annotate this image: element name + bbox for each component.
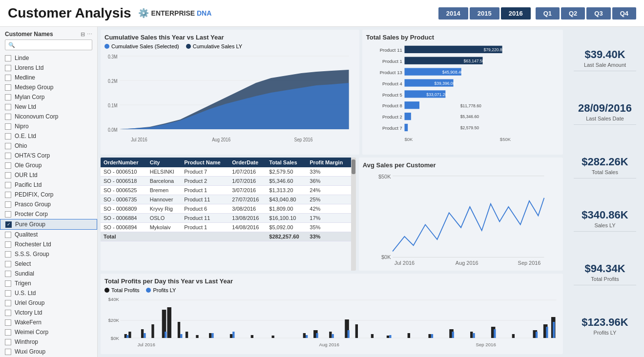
year-2015-btn[interactable]: 2015 [470, 7, 499, 20]
list-item[interactable]: Qualitest [0, 230, 97, 239]
customer-name: Victory Ltd [15, 309, 42, 316]
checkbox[interactable] [5, 280, 11, 287]
checkbox[interactable] [5, 162, 11, 169]
search-input[interactable] [15, 41, 89, 48]
list-item[interactable]: Medline [0, 73, 97, 82]
list-item[interactable]: Llorens Ltd [0, 63, 97, 73]
checkbox[interactable] [5, 182, 11, 188]
search-box[interactable]: 🔍 [5, 40, 92, 50]
list-item[interactable]: ✓Pure Group [0, 219, 97, 230]
list-item[interactable]: Prasco Group [0, 199, 97, 209]
main-layout: Customer Names ⊟ ⋯ 🔍 LindeLlorens LtdMed… [0, 27, 644, 357]
list-item[interactable]: Ohio [0, 141, 97, 151]
list-item[interactable]: Niconovum Corp [0, 112, 97, 121]
list-item[interactable]: Uriel Group [0, 298, 97, 308]
list-item[interactable]: Rochester Ltd [0, 239, 97, 249]
checkbox[interactable] [5, 133, 11, 139]
checkbox[interactable] [5, 300, 11, 306]
col-product: Product Name [181, 158, 229, 167]
stats-panel: $39.40KLast Sale Amount28/09/2016Last Sa… [566, 27, 644, 357]
cell-margin: 35% [307, 222, 351, 232]
cumulative-chart-svg: 0.3M 0.2M 0.1M 0.0M Ju [104, 51, 355, 149]
list-item[interactable]: OHTA'S Corp [0, 151, 97, 160]
checkbox[interactable] [5, 232, 11, 238]
profit-ly-bar [126, 335, 128, 338]
col-city: City [147, 158, 181, 167]
checkbox[interactable] [5, 261, 11, 267]
checkbox[interactable] [5, 192, 11, 198]
col-date: OrderDate [229, 158, 266, 167]
checkbox[interactable] [5, 310, 11, 316]
list-item[interactable]: Medsep Group [0, 82, 97, 92]
list-item[interactable]: PEDIFIX, Corp [0, 190, 97, 199]
list-item[interactable]: Ole Group [0, 160, 97, 170]
list-item[interactable]: Mylan Corp [0, 92, 97, 102]
table-row: SO - 0006525BremenProduct 13/07/2016$1,3… [101, 185, 351, 195]
checkbox[interactable] [5, 153, 11, 159]
list-item[interactable]: Pacific Ltd [0, 180, 97, 190]
list-item[interactable]: S.S.S. Group [0, 249, 97, 259]
more-icon[interactable]: ⋯ [87, 31, 92, 38]
checkbox[interactable] [5, 251, 11, 258]
checkbox[interactable] [5, 349, 11, 355]
checkbox[interactable] [5, 84, 11, 91]
checkbox[interactable] [5, 339, 11, 345]
q2-btn[interactable]: Q2 [561, 7, 585, 20]
profit-ly-bar [165, 332, 166, 338]
year-2016-btn[interactable]: 2016 [501, 7, 531, 20]
checkbox[interactable]: ✓ [5, 221, 12, 228]
list-item[interactable]: Select [0, 259, 97, 269]
profit-ly-bar [553, 322, 555, 338]
year-2014-btn[interactable]: 2014 [438, 7, 468, 20]
profit-ly-bar [452, 332, 454, 338]
list-item[interactable]: Procter Corp [0, 209, 97, 219]
checkbox[interactable] [5, 319, 11, 326]
q1-btn[interactable]: Q1 [536, 7, 560, 20]
cell-date: 13/08/2016 [229, 213, 266, 222]
checkbox[interactable] [5, 241, 11, 248]
list-item[interactable]: U.S. Ltd [0, 288, 97, 298]
q3-btn[interactable]: Q3 [586, 7, 610, 20]
checkbox[interactable] [5, 65, 11, 71]
checkbox[interactable] [5, 201, 11, 208]
cell-city: Kryvy Rig [147, 204, 181, 213]
profit-bar [408, 333, 410, 338]
list-item[interactable]: OUR Ltd [0, 170, 97, 180]
list-item[interactable]: Winthrop [0, 337, 97, 347]
cell-margin: 42% [307, 204, 351, 213]
svg-text:$79,220.80: $79,220.80 [483, 47, 504, 52]
list-item[interactable]: Wuxi Group [0, 347, 97, 357]
scrollbar-thumb[interactable] [352, 159, 355, 174]
list-item[interactable]: O.E. Ltd [0, 131, 97, 141]
list-item[interactable]: Sundial [0, 269, 97, 278]
checkbox[interactable] [5, 211, 11, 218]
list-item[interactable]: Weimei Corp [0, 327, 97, 337]
cell-product: Product 6 [181, 204, 229, 213]
list-item[interactable]: WakeFern [0, 317, 97, 327]
checkbox[interactable] [5, 75, 11, 81]
checkbox[interactable] [5, 94, 11, 100]
checkbox[interactable] [5, 104, 11, 110]
checkbox[interactable] [5, 55, 11, 61]
checkbox[interactable] [5, 172, 11, 178]
scrollbar[interactable] [351, 158, 356, 271]
list-item[interactable]: Linde [0, 53, 97, 63]
list-item[interactable]: Trigen [0, 278, 97, 288]
stat-item: $39.40KLast Sale Amount [574, 45, 636, 71]
list-item[interactable]: Nipro [0, 121, 97, 131]
checkbox[interactable] [5, 290, 11, 297]
q4-btn[interactable]: Q4 [612, 7, 636, 20]
customer-name: Medsep Group [15, 84, 53, 91]
sidebar-controls: ⊟ ⋯ [81, 31, 92, 38]
profits-legend: Total Profits Profits LY [104, 287, 559, 293]
list-item[interactable]: New Ltd [0, 102, 97, 112]
checkbox[interactable] [5, 143, 11, 149]
checkbox[interactable] [5, 271, 11, 277]
minimize-icon[interactable]: ⊟ [81, 31, 85, 38]
checkbox[interactable] [5, 114, 11, 120]
customer-name: Wuxi Group [15, 348, 45, 355]
checkbox[interactable] [5, 329, 11, 336]
checkbox[interactable] [5, 123, 11, 130]
list-item[interactable]: Victory Ltd [0, 308, 97, 317]
svg-text:Product 7: Product 7 [382, 125, 402, 131]
